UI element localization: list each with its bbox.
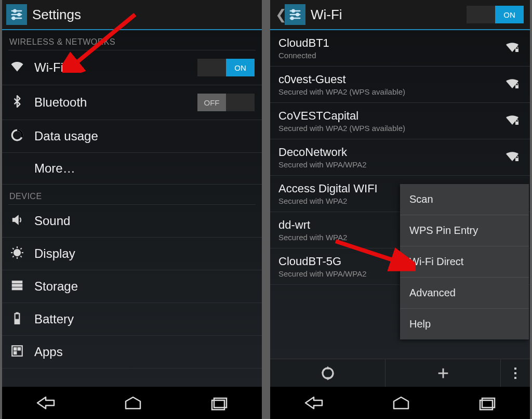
storage-label: Storage bbox=[34, 279, 255, 294]
wifi-network-name: CloudBT1 bbox=[278, 36, 498, 50]
toggle-on-label: ON bbox=[226, 59, 255, 76]
section-wireless: WIRELESS & NETWORKS bbox=[2, 30, 262, 50]
wifi-network-row[interactable]: CloudBT1Connected bbox=[270, 30, 530, 67]
svg-point-7 bbox=[14, 250, 21, 256]
row-wifi[interactable]: Wi-Fi ON bbox=[2, 50, 262, 85]
menu-advanced[interactable]: Advanced bbox=[400, 278, 529, 309]
row-storage[interactable]: Storage bbox=[2, 270, 262, 303]
wifi-signal-icon bbox=[505, 151, 522, 164]
svg-rect-49 bbox=[514, 377, 516, 379]
overflow-menu: Scan WPS Pin Entry Wi-Fi Direct Advanced… bbox=[400, 184, 529, 339]
toggle-off-label: OFF bbox=[197, 94, 226, 111]
page-title: Wi-Fi bbox=[311, 7, 461, 23]
svg-rect-37 bbox=[515, 122, 518, 125]
settings-content: WIRELESS & NETWORKS Wi-Fi ON Bluetooth O… bbox=[2, 30, 262, 387]
svg-point-3 bbox=[18, 14, 20, 16]
menu-scan[interactable]: Scan bbox=[400, 184, 529, 215]
battery-label: Battery bbox=[34, 312, 255, 326]
row-display[interactable]: Display bbox=[2, 238, 262, 270]
menu-help[interactable]: Help bbox=[400, 309, 529, 339]
data-usage-icon bbox=[9, 128, 25, 144]
wifi-network-status: Secured with WPA2 (WPS available) bbox=[278, 87, 498, 96]
wifi-network-name: DecoNetwork bbox=[278, 146, 498, 159]
svg-rect-48 bbox=[514, 372, 516, 374]
svg-rect-20 bbox=[16, 312, 18, 313]
wifi-signal-icon bbox=[505, 42, 522, 55]
action-bar bbox=[270, 359, 530, 387]
page-title: Settings bbox=[32, 7, 258, 23]
menu-wifi-direct[interactable]: Wi-Fi Direct bbox=[400, 246, 529, 278]
sound-label: Sound bbox=[34, 214, 255, 228]
svg-line-13 bbox=[21, 256, 22, 257]
wifi-network-row[interactable]: DecoNetworkSecured with WPA/WPA2 bbox=[270, 139, 530, 176]
row-bluetooth[interactable]: Bluetooth OFF bbox=[2, 85, 262, 120]
apps-icon bbox=[9, 344, 25, 360]
apps-label: Apps bbox=[34, 345, 255, 359]
display-label: Display bbox=[34, 246, 255, 261]
svg-rect-17 bbox=[12, 284, 22, 286]
row-battery[interactable]: Battery bbox=[2, 303, 262, 336]
back-icon[interactable]: ❮ bbox=[275, 8, 282, 21]
storage-icon bbox=[9, 279, 25, 294]
nav-recent[interactable] bbox=[476, 395, 499, 411]
add-network-button[interactable] bbox=[385, 359, 501, 387]
svg-point-32 bbox=[296, 14, 299, 16]
header: Settings bbox=[2, 0, 262, 30]
data-usage-label: Data usage bbox=[34, 129, 255, 143]
wifi-signal-icon bbox=[505, 114, 522, 128]
row-more[interactable]: More… bbox=[2, 153, 262, 185]
wifi-content: CloudBT1Connectedc0vest-GuestSecured wit… bbox=[270, 30, 530, 359]
wifi-network-row[interactable]: CoVESTCapitalSecured with WPA2 (WPS avai… bbox=[270, 103, 530, 139]
svg-rect-24 bbox=[18, 348, 20, 350]
phone-wifi: ❮ Wi-Fi ON CloudBT1Connectedc0vest-Guest… bbox=[270, 0, 530, 419]
row-sound[interactable]: Sound bbox=[2, 205, 262, 238]
row-data-usage[interactable]: Data usage bbox=[2, 120, 262, 153]
svg-line-14 bbox=[12, 256, 14, 257]
more-label: More… bbox=[34, 161, 255, 176]
nav-back[interactable] bbox=[301, 395, 326, 411]
nav-recent[interactable] bbox=[208, 395, 231, 411]
svg-rect-21 bbox=[16, 319, 19, 323]
nav-back[interactable] bbox=[33, 395, 58, 411]
wifi-network-name: CoVESTCapital bbox=[278, 109, 498, 123]
svg-line-15 bbox=[21, 248, 22, 249]
wifi-network-status: Secured with WPA2 (WPS available) bbox=[278, 124, 498, 133]
wifi-network-row[interactable]: c0vest-GuestSecured with WPA2 (WPS avail… bbox=[270, 67, 530, 103]
svg-rect-47 bbox=[514, 368, 516, 370]
nav-home[interactable] bbox=[389, 395, 414, 411]
svg-rect-35 bbox=[515, 49, 518, 52]
svg-line-12 bbox=[12, 248, 14, 249]
svg-rect-16 bbox=[12, 281, 22, 283]
wifi-signal-icon bbox=[505, 78, 522, 91]
settings-app-icon bbox=[6, 4, 27, 25]
wifi-label: Wi-Fi bbox=[34, 60, 188, 75]
row-apps[interactable]: Apps bbox=[2, 336, 262, 369]
nav-home[interactable] bbox=[121, 395, 145, 411]
bluetooth-icon bbox=[9, 95, 25, 110]
wifi-master-toggle[interactable]: ON bbox=[467, 6, 524, 23]
bluetooth-label: Bluetooth bbox=[34, 95, 188, 110]
sound-icon bbox=[9, 213, 25, 229]
overflow-button[interactable] bbox=[501, 359, 530, 387]
battery-icon bbox=[9, 311, 25, 327]
wifi-toggle[interactable]: ON bbox=[197, 59, 255, 76]
wps-button[interactable] bbox=[270, 359, 385, 387]
wifi-network-status: Connected bbox=[278, 51, 498, 60]
menu-wps-pin[interactable]: WPS Pin Entry bbox=[400, 215, 529, 246]
svg-point-1 bbox=[14, 10, 16, 12]
display-icon bbox=[9, 246, 25, 261]
svg-rect-36 bbox=[515, 85, 518, 88]
settings-app-icon bbox=[285, 4, 305, 25]
wifi-network-name: c0vest-Guest bbox=[278, 73, 498, 86]
navbar bbox=[2, 387, 262, 419]
toggle-on-label: ON bbox=[495, 6, 524, 23]
bluetooth-toggle[interactable]: OFF bbox=[197, 94, 255, 111]
wifi-network-status: Secured with WPA/WPA2 bbox=[278, 160, 498, 169]
header: ❮ Wi-Fi ON bbox=[270, 0, 530, 30]
phone-settings: Settings WIRELESS & NETWORKS Wi-Fi ON Bl… bbox=[2, 0, 262, 419]
svg-point-30 bbox=[292, 10, 295, 12]
svg-rect-25 bbox=[14, 351, 17, 354]
svg-point-34 bbox=[291, 17, 294, 20]
svg-point-5 bbox=[12, 17, 15, 20]
navbar bbox=[270, 387, 530, 419]
